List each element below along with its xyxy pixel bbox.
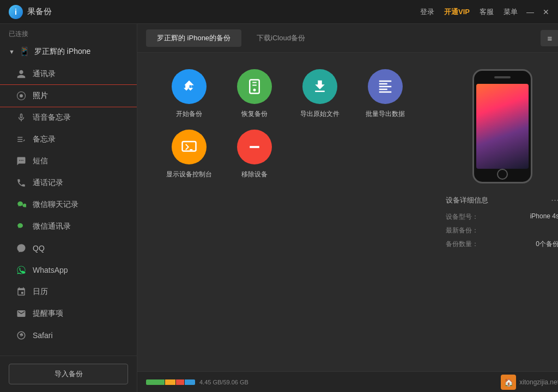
model-val: iPhone 4s (530, 212, 558, 222)
sidebar-item-safari[interactable]: Safari (0, 324, 137, 346)
phone-mockup (472, 69, 532, 183)
reminders-icon (15, 308, 27, 320)
notes-icon (15, 133, 27, 145)
sidebar-menu: 通讯录照片语音备忘录备忘录短信通话记录微信聊天记录微信通讯录QQWhatsApp… (0, 61, 137, 356)
actions-panel: 开始备份恢复备份导出原始文件批量导出数据显示设备控制台移除设备 (137, 53, 437, 371)
action-console[interactable]: 显示设备控制台 (159, 130, 219, 179)
sidebar-item-label-whatsapp: WhatsApp (33, 266, 68, 274)
service-btn[interactable]: 客服 (480, 7, 494, 17)
sidebar-item-photos[interactable]: 照片 (0, 85, 137, 107)
model-key: 设备型号： (446, 212, 478, 222)
sidebar-item-calls[interactable]: 通话记录 (0, 172, 137, 194)
content-header: 罗正辉的 iPhone的备份 下载iCloud备份 ≡ (137, 24, 558, 53)
tab-icloud-backup[interactable]: 下载iCloud备份 (246, 29, 316, 47)
vip-btn[interactable]: 开通VIP (444, 7, 470, 17)
action-icon-restore (237, 69, 272, 104)
qq-icon (15, 242, 27, 254)
device-item[interactable]: ▼ 📱 罗正辉的 iPhone (0, 42, 137, 61)
sidebar-item-sms[interactable]: 短信 (0, 150, 137, 172)
window-controls: — ✕ (526, 8, 549, 16)
action-icon-batch_export (368, 69, 403, 104)
sidebar-item-label-wechat_chat: 微信聊天记录 (33, 200, 78, 210)
info-row-count: 备份数量： 0个备份 (446, 240, 558, 249)
action-label-remove: 移除设备 (241, 170, 268, 179)
sidebar-item-notes[interactable]: 备忘录 (0, 128, 137, 150)
sidebar-item-label-reminders: 提醒事项 (33, 309, 63, 318)
wechat_contacts-icon (15, 220, 27, 232)
sidebar-item-label-sms: 短信 (33, 156, 48, 166)
minimize-btn[interactable]: — (526, 8, 534, 16)
main-layout: 已连接 ▼ 📱 罗正辉的 iPhone 通讯录照片语音备忘录备忘录短信通话记录微… (0, 24, 558, 392)
sidebar-item-label-calls: 通话记录 (33, 178, 63, 188)
connected-label: 已连接 (0, 24, 137, 42)
login-btn[interactable]: 登录 (420, 7, 434, 17)
action-export[interactable]: 导出原始文件 (290, 69, 350, 119)
contacts-icon (15, 68, 27, 80)
sidebar-item-wechat_chat[interactable]: 微信聊天记录 (0, 194, 137, 216)
action-icon-backup (172, 69, 207, 104)
device-arrow: ▼ (9, 48, 15, 55)
sidebar-item-qq[interactable]: QQ (0, 237, 137, 259)
action-icon-remove (237, 130, 272, 164)
watermark-icon: 🏠 (501, 375, 516, 390)
sidebar-item-voice[interactable]: 语音备忘录 (0, 107, 137, 128)
action-grid: 开始备份恢复备份导出原始文件批量导出数据显示设备控制台移除设备 (159, 69, 415, 179)
watermark-text: xitongzijia.net (519, 378, 558, 386)
sidebar-item-calendar[interactable]: 日历 (0, 281, 137, 303)
voice-icon (15, 112, 27, 124)
action-restore[interactable]: 恢复备份 (225, 69, 284, 119)
action-label-export: 导出原始文件 (300, 109, 339, 119)
title-bar-actions: 登录 开通VIP 客服 菜单 (420, 7, 518, 17)
action-label-console: 显示设备控制台 (166, 170, 212, 179)
content-footer: 4.45 GB/59.06 GB 🏠 xitongzijia.net (137, 371, 558, 392)
count-val: 0个备份 (536, 240, 558, 249)
title-bar: i 果备份 登录 开通VIP 客服 菜单 — ✕ (0, 0, 558, 24)
sidebar-item-contacts[interactable]: 通讯录 (0, 63, 137, 85)
action-backup[interactable]: 开始备份 (159, 69, 219, 119)
sidebar-item-label-photos: 照片 (33, 91, 48, 101)
device-info-header: 设备详细信息 ··· (446, 194, 558, 206)
phone-speaker (494, 76, 511, 78)
list-view-btn[interactable]: ≡ (541, 30, 558, 46)
tab-local-backup[interactable]: 罗正辉的 iPhone的备份 (146, 29, 241, 47)
watermark: 🏠 xitongzijia.net (501, 375, 558, 390)
device-info: 设备详细信息 ··· 设备型号： iPhone 4s 最新备份： 备份数量： 0… (446, 194, 558, 253)
svg-point-2 (253, 89, 256, 91)
sidebar-item-whatsapp[interactable]: WhatsApp (0, 259, 137, 281)
content-body: 开始备份恢复备份导出原始文件批量导出数据显示设备控制台移除设备 设备详细信息 ·… (137, 53, 558, 371)
action-label-restore: 恢复备份 (241, 109, 268, 119)
action-icon-export (302, 69, 337, 104)
sidebar-footer: 导入备份 (0, 356, 137, 392)
backup-key: 最新备份： (446, 226, 478, 235)
count-key: 备份数量： (446, 240, 478, 249)
close-btn[interactable]: ✕ (543, 8, 549, 16)
device-info-more-btn[interactable]: ··· (551, 194, 558, 206)
import-btn[interactable]: 导入备份 (9, 364, 128, 384)
storage-text: 4.45 GB/59.06 GB (199, 379, 248, 385)
app-title: 果备份 (27, 7, 420, 17)
svg-point-0 (20, 94, 23, 97)
action-icon-console (172, 130, 207, 164)
sidebar-item-label-notes: 备忘录 (33, 134, 56, 144)
device-name: 罗正辉的 iPhone (34, 47, 90, 57)
sidebar-item-reminders[interactable]: 提醒事项 (0, 303, 137, 324)
wechat_chat-icon (15, 199, 27, 211)
sidebar-item-label-calendar: 日历 (33, 287, 48, 297)
safari-icon (15, 329, 27, 341)
sidebar-item-wechat_contacts[interactable]: 微信通讯录 (0, 216, 137, 237)
action-batch_export[interactable]: 批量导出数据 (355, 69, 415, 119)
info-row-model: 设备型号： iPhone 4s (446, 212, 558, 222)
app-logo: i (9, 5, 23, 19)
info-row-backup: 最新备份： (446, 226, 558, 235)
sidebar-item-label-wechat_contacts: 微信通讯录 (33, 222, 71, 231)
action-label-backup: 开始备份 (176, 109, 202, 119)
photos-icon (15, 90, 27, 102)
sidebar-item-label-qq: QQ (33, 244, 45, 253)
phone-home-btn (497, 169, 508, 180)
storage-bar (146, 379, 195, 385)
sms-icon (15, 155, 27, 167)
sidebar-item-label-voice: 语音备忘录 (33, 113, 71, 122)
menu-btn[interactable]: 菜单 (504, 7, 518, 17)
sidebar: 已连接 ▼ 📱 罗正辉的 iPhone 通讯录照片语音备忘录备忘录短信通话记录微… (0, 24, 137, 392)
action-remove[interactable]: 移除设备 (225, 130, 284, 179)
